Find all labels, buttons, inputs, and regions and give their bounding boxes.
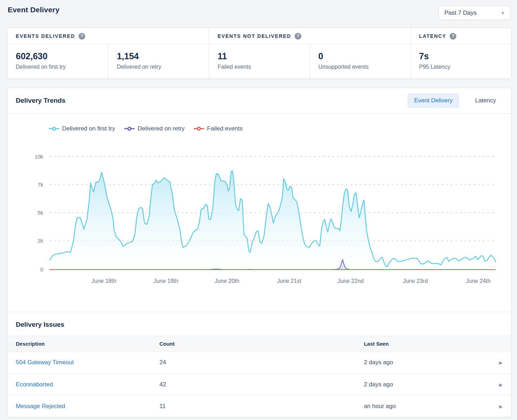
chevron-right-icon[interactable]: ▶ [499, 360, 503, 365]
delivery-trends-header: Delivery Trends Event Delivery Latency [7, 88, 511, 114]
metric-label: Failed events [217, 64, 301, 70]
x-axis-label: June 23rd [403, 278, 428, 284]
x-axis-label: June 20th [215, 278, 239, 284]
legend-label: Delivered on retry [137, 125, 184, 132]
delivery-trends-card: Delivery Trends Event Delivery Latency D… [7, 88, 511, 417]
help-icon[interactable]: ? [79, 33, 85, 40]
page-header: Event Delivery Past 7 Days ▼ [7, 4, 511, 24]
stats-group-label: EVENTS NOT DELIVERED [217, 33, 291, 39]
legend-item-retry: Delivered on retry [124, 125, 184, 132]
issue-last-seen: an hour ago [364, 403, 491, 410]
y-axis-tick-label: 0 [40, 266, 43, 272]
line-marker-icon [194, 127, 204, 131]
issue-link[interactable]: 504 Gateway Timeout [16, 359, 74, 366]
y-axis-tick-label: 10k [35, 154, 43, 160]
metric-label: Delivered on first try [16, 64, 100, 70]
tab-latency[interactable]: Latency [468, 93, 503, 108]
chart-legend: Delivered on first try Delivered on retr… [49, 124, 511, 133]
delivery-trends-title: Delivery Trends [16, 97, 66, 104]
table-row[interactable]: Message Rejected 11 an hour ago ▶ [7, 395, 511, 417]
time-range-value: Past 7 Days [444, 9, 477, 16]
stats-group-label: EVENTS DELIVERED [16, 33, 75, 39]
legend-label: Failed events [207, 125, 242, 132]
issue-count: 42 [159, 381, 364, 388]
metric-label: Unsupported events [318, 64, 402, 70]
stats-values-row: 602,630 Delivered on first try 1,154 Del… [7, 45, 511, 79]
stats-group-label: LATENCY [419, 33, 446, 39]
legend-label: Delivered on first try [62, 125, 115, 132]
metric-delivered-on-retry: 1,154 Delivered on retry [108, 45, 209, 79]
event-delivery-page: Event Delivery Past 7 Days ▼ EVENTS DELI… [0, 0, 517, 417]
issue-count: 11 [159, 403, 364, 410]
y-axis-tick-label: 5k [38, 210, 43, 216]
time-range-dropdown[interactable]: Past 7 Days ▼ [438, 6, 511, 20]
tab-event-delivery[interactable]: Event Delivery [408, 93, 459, 108]
delivery-issues-title: Delivery Issues [16, 321, 503, 328]
chevron-right-icon[interactable]: ▶ [499, 404, 503, 409]
x-axis-label: June 19th [154, 278, 178, 284]
metric-value: 1,154 [117, 51, 200, 61]
metric-unsupported-events: 0 Unsupported events [310, 45, 410, 79]
line-marker-icon [124, 127, 135, 131]
metric-value: 7s [419, 51, 503, 61]
help-icon[interactable]: ? [450, 33, 456, 40]
stats-group-events-not-delivered: EVENTS NOT DELIVERED ? [209, 28, 410, 44]
metric-value: 0 [318, 51, 402, 61]
x-axis-label: June 18th [92, 278, 116, 284]
metric-p95-latency: 7s P95 Latency [410, 45, 511, 79]
issue-last-seen: 2 days ago [364, 359, 491, 366]
stats-group-latency: LATENCY ? [410, 28, 511, 44]
delivery-issues-section: Delivery Issues Description Count Last S… [7, 312, 511, 417]
x-axis-label: June 21st [277, 278, 301, 284]
issue-link[interactable]: Econnaborted [16, 381, 53, 388]
x-axis-label: June 24th [466, 278, 490, 284]
metric-value: 11 [217, 51, 301, 61]
trends-tabs: Event Delivery Latency [408, 93, 503, 108]
metric-label: P95 Latency [419, 64, 503, 70]
metric-failed-events: 11 Failed events [209, 45, 309, 79]
legend-item-first-try: Delivered on first try [49, 125, 115, 132]
y-axis-tick-label: 7k [38, 182, 43, 188]
table-row[interactable]: 504 Gateway Timeout 24 2 days ago ▶ [7, 352, 511, 373]
help-icon[interactable]: ? [295, 33, 301, 40]
metric-delivered-first-try: 602,630 Delivered on first try [7, 45, 108, 79]
chevron-right-icon[interactable]: ▶ [499, 382, 503, 387]
stats-group-events-delivered: EVENTS DELIVERED ? [7, 28, 209, 44]
legend-item-failed: Failed events [194, 125, 242, 132]
metric-value: 602,630 [16, 51, 100, 61]
issues-table-header: Description Count Last Seen [7, 336, 511, 352]
column-header-count: Count [159, 341, 364, 347]
delivery-issues-table: Description Count Last Seen 504 Gateway … [7, 336, 511, 417]
trend-chart-area: Delivered on first try Delivered on retr… [7, 114, 511, 290]
page-title: Event Delivery [8, 6, 60, 14]
table-row[interactable]: Econnaborted 42 2 days ago ▶ [7, 373, 511, 395]
line-marker-icon [49, 127, 59, 131]
delivery-trends-chart: 02k5k7k10kJune 18thJune 19thJune 20thJun… [7, 139, 511, 290]
stats-header-row: EVENTS DELIVERED ? EVENTS NOT DELIVERED … [7, 28, 511, 45]
y-axis-tick-label: 2k [38, 238, 43, 244]
column-header-description: Description [16, 341, 159, 347]
issue-count: 24 [159, 359, 364, 366]
issue-link[interactable]: Message Rejected [16, 403, 65, 409]
issue-last-seen: 2 days ago [364, 381, 491, 388]
x-axis-label: June 22nd [337, 278, 364, 284]
stats-card: EVENTS DELIVERED ? EVENTS NOT DELIVERED … [7, 28, 511, 79]
metric-label: Delivered on retry [117, 64, 200, 70]
column-header-last-seen: Last Seen [364, 341, 491, 347]
chevron-down-icon: ▼ [501, 11, 505, 15]
